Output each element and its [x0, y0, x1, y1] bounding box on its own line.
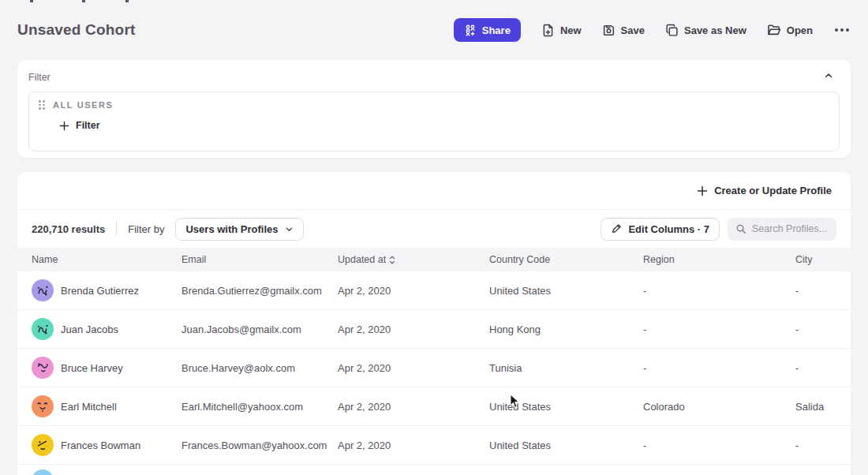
filter-panel-label: Filter: [28, 72, 51, 83]
collapse-filter-button[interactable]: [821, 69, 836, 84]
column-header-country-code[interactable]: Country Code: [489, 254, 643, 265]
add-filter-button[interactable]: Filter: [59, 120, 100, 131]
profile-name: Juan Jacobs: [61, 324, 118, 335]
column-header-updated-at[interactable]: Updated at: [338, 254, 489, 265]
table-row[interactable]: Earl Mitchell Earl.Mitchell@yahoox.com A…: [17, 387, 851, 426]
profile-city: -: [795, 285, 851, 297]
profile-city: -: [795, 362, 851, 374]
pencil-icon: [611, 223, 622, 234]
filter-panel: Filter ALL USERS: [17, 60, 851, 158]
cohort-builder-page: Unsaved Cohort Share: [0, 0, 868, 475]
avatar-doodle-icon: [34, 282, 51, 299]
profiles-card: Create or Update Profile 220,710 results…: [17, 172, 851, 475]
save-as-new-button[interactable]: Save as New: [665, 24, 746, 37]
table-row[interactable]: Bruce Harvey Bruce.Harvey@aolx.com Apr 2…: [17, 349, 851, 387]
header-actions: Share New: [454, 18, 851, 42]
chevron-up-icon: [824, 71, 833, 80]
profile-city: Salida: [795, 401, 851, 413]
create-or-update-profile-label: Create or Update Profile: [714, 185, 832, 196]
avatar-doodle-icon: [34, 359, 51, 376]
create-or-update-profile-button[interactable]: Create or Update Profile: [697, 185, 832, 196]
profile-email: Brenda.Gutierrez@gmailx.com: [181, 285, 338, 297]
filter-group-header: ALL USERS: [39, 100, 829, 110]
share-button[interactable]: Share: [454, 18, 521, 42]
profile-name-cell: Bruce Harvey: [32, 357, 181, 379]
profile-country-code: United States: [489, 401, 643, 413]
table-row[interactable]: Juan Jacobs Juan.Jacobs@gmailx.com Apr 2…: [17, 310, 851, 349]
new-button[interactable]: New: [541, 24, 582, 37]
cropped-text-artifact: [82, 0, 85, 2]
profile-name-cell: Frances Bowman: [32, 434, 181, 456]
results-toolbar: 220,710 results Filter by Users with Pro…: [17, 210, 851, 248]
profile-region: Colorado: [643, 401, 795, 413]
filter-group: ALL USERS Filter: [28, 92, 840, 151]
search-profiles-input[interactable]: [752, 223, 829, 234]
avatar: [32, 279, 54, 301]
open-button-label: Open: [787, 24, 813, 36]
save-icon: [602, 24, 615, 37]
edit-columns-button[interactable]: Edit Columns · 7: [600, 218, 720, 241]
cropped-text-artifact: [125, 0, 129, 2]
open-button[interactable]: Open: [767, 23, 813, 37]
avatar-doodle-icon: [34, 320, 51, 338]
filter-by-label: Filter by: [128, 223, 164, 235]
column-header-email[interactable]: Email: [181, 254, 338, 265]
more-options-button[interactable]: [833, 25, 851, 35]
profile-name: Frances Bowman: [61, 439, 140, 451]
profile-email: Bruce.Harvey@aolx.com: [181, 362, 338, 374]
column-header-region[interactable]: Region: [643, 254, 795, 265]
table-row[interactable]: Brenda Gutierrez Brenda.Gutierrez@gmailx…: [17, 271, 851, 310]
results-toolbar-left: 220,710 results Filter by Users with Pro…: [32, 218, 304, 241]
profile-country-code: United States: [489, 439, 643, 451]
profile-updated-at: Apr 2, 2020: [338, 439, 489, 451]
profile-name-cell: [32, 469, 181, 475]
filter-panel-header: Filter: [28, 69, 840, 84]
avatar: [32, 318, 54, 340]
profile-type-value: Users with Profiles: [185, 223, 278, 235]
avatar: [32, 357, 54, 379]
profile-name-cell: Brenda Gutierrez: [32, 279, 181, 301]
table-row[interactable]: Frances Bowman Frances.Bowman@yahoox.com…: [17, 426, 851, 465]
search-icon: [735, 223, 746, 234]
table-row[interactable]: [17, 465, 851, 475]
results-count: 220,710 results: [32, 223, 105, 235]
search-profiles-box: [728, 218, 836, 241]
profile-country-code: Hong Kong: [489, 324, 643, 335]
drag-handle-icon[interactable]: [39, 100, 45, 110]
avatar: [32, 469, 54, 475]
edit-columns-label: Edit Columns · 7: [628, 223, 709, 235]
results-toolbar-right: Edit Columns · 7: [600, 218, 836, 241]
save-button[interactable]: Save: [602, 24, 645, 37]
plus-icon: [59, 121, 69, 131]
cropped-text-artifact: [30, 0, 33, 2]
profile-name-cell: Juan Jacobs: [32, 318, 181, 340]
save-as-new-button-label: Save as New: [684, 24, 746, 36]
profile-name: Bruce Harvey: [61, 362, 123, 374]
profile-country-code: United States: [489, 285, 643, 297]
profile-city: -: [795, 439, 851, 451]
profile-updated-at: Apr 2, 2020: [338, 362, 489, 374]
new-button-label: New: [560, 24, 582, 36]
table-header-row: Name Email Updated at Country Code Regio…: [17, 248, 851, 271]
profile-email: Earl.Mitchell@yahoox.com: [181, 401, 338, 413]
profile-region: -: [643, 362, 795, 374]
profile-type-dropdown[interactable]: Users with Profiles: [175, 218, 303, 241]
profile-region: -: [643, 324, 795, 335]
column-header-name[interactable]: Name: [32, 254, 181, 265]
profile-name: Brenda Gutierrez: [61, 285, 139, 297]
profile-updated-at: Apr 2, 2020: [338, 285, 489, 297]
profile-region: -: [643, 285, 795, 297]
share-people-icon: [464, 24, 477, 36]
avatar-doodle-icon: [34, 398, 51, 415]
avatar-doodle-icon: [34, 436, 51, 454]
profile-region: -: [643, 439, 795, 451]
profile-updated-at: Apr 2, 2020: [338, 324, 489, 335]
sort-icon: [389, 256, 395, 264]
duplicate-icon: [665, 24, 679, 37]
profile-updated-at: Apr 2, 2020: [338, 401, 489, 413]
column-header-city[interactable]: City: [795, 254, 851, 265]
profile-country-code: Tunisia: [489, 362, 643, 374]
avatar: [32, 395, 54, 417]
profile-city: -: [795, 324, 851, 335]
page-title: Unsaved Cohort: [17, 21, 136, 39]
